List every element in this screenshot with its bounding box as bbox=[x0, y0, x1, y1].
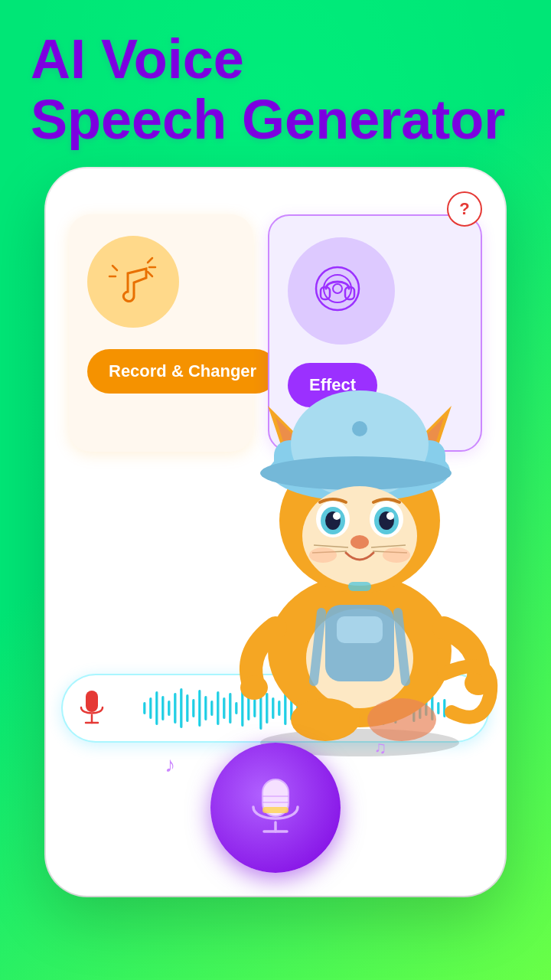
svg-rect-18 bbox=[174, 693, 177, 724]
svg-rect-23 bbox=[204, 696, 207, 720]
svg-rect-21 bbox=[192, 699, 195, 717]
waveform-bar bbox=[61, 674, 490, 743]
svg-rect-22 bbox=[198, 690, 201, 727]
app-title: AI Voice Speech Generator bbox=[31, 29, 505, 150]
record-card: Record & Changer bbox=[69, 214, 253, 452]
svg-rect-42 bbox=[321, 691, 324, 725]
svg-rect-26 bbox=[223, 697, 226, 719]
svg-rect-25 bbox=[217, 691, 220, 725]
svg-rect-55 bbox=[400, 699, 403, 717]
title-line1: AI Voice bbox=[31, 29, 505, 90]
svg-line-3 bbox=[112, 266, 117, 270]
svg-point-95 bbox=[386, 512, 394, 520]
svg-rect-57 bbox=[412, 694, 416, 722]
svg-line-98 bbox=[312, 551, 347, 553]
svg-point-101 bbox=[309, 547, 337, 563]
effect-card: Effect bbox=[268, 214, 482, 452]
svg-line-97 bbox=[314, 545, 348, 547]
svg-rect-68 bbox=[262, 807, 289, 813]
svg-rect-103 bbox=[348, 582, 371, 591]
svg-point-5 bbox=[316, 267, 359, 310]
svg-line-99 bbox=[371, 545, 406, 547]
svg-rect-60 bbox=[431, 696, 434, 720]
phone-mockup: ? Record & Changer bbox=[46, 168, 505, 896]
svg-point-7 bbox=[333, 284, 342, 293]
svg-point-90 bbox=[325, 511, 341, 530]
svg-point-92 bbox=[370, 501, 403, 537]
svg-rect-39 bbox=[302, 690, 305, 727]
svg-rect-61 bbox=[437, 702, 440, 714]
svg-rect-45 bbox=[339, 696, 342, 720]
effect-icon-circle bbox=[288, 237, 395, 345]
svg-rect-35 bbox=[278, 701, 281, 716]
music-note-left: ♪ bbox=[165, 753, 175, 777]
svg-line-2 bbox=[148, 272, 152, 276]
svg-rect-44 bbox=[333, 688, 336, 728]
svg-rect-41 bbox=[315, 701, 318, 716]
svg-rect-49 bbox=[364, 690, 367, 727]
mic-small-icon bbox=[77, 689, 107, 727]
svg-rect-33 bbox=[266, 693, 269, 724]
svg-rect-34 bbox=[272, 697, 275, 719]
svg-rect-56 bbox=[406, 702, 409, 714]
svg-rect-46 bbox=[345, 699, 348, 717]
svg-rect-51 bbox=[376, 701, 379, 716]
svg-point-87 bbox=[302, 486, 417, 586]
svg-rect-29 bbox=[241, 690, 244, 727]
svg-point-77 bbox=[279, 448, 440, 593]
cards-row: Record & Changer Effect bbox=[69, 214, 482, 452]
svg-rect-38 bbox=[296, 699, 299, 717]
svg-rect-16 bbox=[161, 696, 165, 720]
music-note-right: ♫ bbox=[374, 738, 387, 758]
svg-rect-32 bbox=[259, 687, 262, 730]
svg-rect-13 bbox=[143, 702, 146, 714]
svg-rect-28 bbox=[235, 702, 238, 714]
svg-rect-47 bbox=[351, 693, 354, 724]
svg-rect-27 bbox=[229, 693, 232, 724]
record-icon-circle bbox=[87, 236, 179, 328]
svg-rect-76 bbox=[343, 555, 377, 586]
microphone-icon bbox=[241, 773, 310, 842]
svg-rect-62 bbox=[443, 699, 446, 717]
svg-point-85 bbox=[260, 456, 452, 490]
svg-rect-72 bbox=[325, 605, 394, 681]
headphone-disc-icon bbox=[307, 256, 376, 325]
svg-rect-14 bbox=[149, 697, 152, 719]
svg-rect-10 bbox=[86, 691, 98, 712]
record-changer-button[interactable]: Record & Changer bbox=[87, 349, 278, 394]
effect-button[interactable]: Effect bbox=[288, 363, 377, 407]
svg-rect-37 bbox=[290, 696, 293, 720]
svg-rect-17 bbox=[168, 701, 171, 716]
svg-rect-30 bbox=[247, 696, 250, 720]
svg-rect-24 bbox=[210, 701, 214, 716]
title-line2: Speech Generator bbox=[31, 90, 505, 150]
music-sparkle-icon bbox=[106, 255, 160, 309]
svg-rect-36 bbox=[284, 691, 287, 725]
svg-line-100 bbox=[373, 551, 407, 553]
svg-rect-20 bbox=[186, 694, 189, 722]
svg-point-96 bbox=[350, 535, 369, 549]
svg-rect-40 bbox=[308, 694, 311, 722]
svg-point-88 bbox=[316, 501, 350, 537]
svg-rect-31 bbox=[253, 699, 256, 717]
svg-point-102 bbox=[383, 547, 410, 563]
mic-record-button[interactable] bbox=[210, 743, 341, 873]
help-icon: ? bbox=[459, 199, 469, 219]
svg-rect-43 bbox=[327, 697, 330, 719]
svg-rect-53 bbox=[388, 697, 391, 719]
svg-point-93 bbox=[374, 507, 399, 534]
svg-point-91 bbox=[333, 512, 341, 520]
svg-rect-59 bbox=[425, 701, 428, 716]
svg-rect-15 bbox=[155, 691, 158, 725]
svg-rect-50 bbox=[370, 696, 373, 720]
svg-rect-19 bbox=[180, 688, 183, 728]
svg-point-94 bbox=[379, 511, 394, 530]
svg-rect-54 bbox=[394, 693, 397, 724]
svg-rect-58 bbox=[419, 697, 422, 719]
svg-rect-73 bbox=[337, 616, 383, 643]
help-button[interactable]: ? bbox=[447, 191, 482, 227]
svg-rect-48 bbox=[357, 702, 360, 714]
waveform-visualization bbox=[115, 685, 474, 731]
svg-line-0 bbox=[148, 258, 152, 263]
svg-point-89 bbox=[321, 507, 345, 534]
